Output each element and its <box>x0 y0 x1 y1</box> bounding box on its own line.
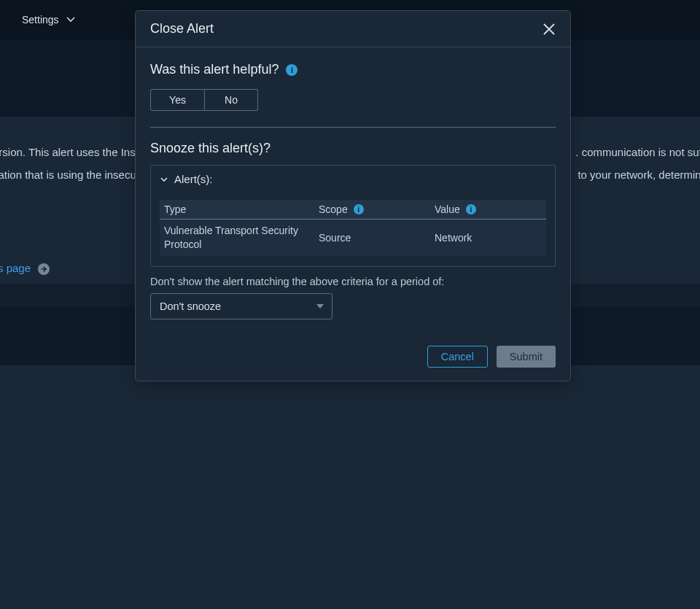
cell-type: Vulnerable Transport Security Protocol <box>160 220 314 256</box>
table-row: Vulnerable Transport Security Protocol S… <box>160 220 546 256</box>
no-button[interactable]: No <box>204 90 257 110</box>
table-header-row: Type Scopei Valuei <box>160 200 546 220</box>
alerts-collapse-header[interactable]: Alert(s): <box>151 166 555 193</box>
snooze-select-value: Don't snooze <box>160 300 221 312</box>
bg-text-1-right: . communication is not suffi <box>575 146 700 158</box>
cancel-button[interactable]: Cancel <box>427 346 488 368</box>
info-icon[interactable]: i <box>354 204 364 214</box>
dialog-body: Was this alert helpful? i Yes No Snooze … <box>136 47 570 319</box>
snooze-heading: Snooze this alert(s)? <box>150 141 556 156</box>
helpful-heading-text: Was this alert helpful? <box>150 62 279 77</box>
dialog-header: Close Alert <box>136 11 570 47</box>
external-link-icon <box>38 263 50 275</box>
info-icon[interactable]: i <box>466 204 476 214</box>
caret-down-icon <box>316 304 324 309</box>
submit-button[interactable]: Submit <box>497 346 556 368</box>
col-type: Type <box>164 203 186 215</box>
bg-text-1-left: ersion. This alert uses the Ins <box>0 146 136 158</box>
chevron-down-icon <box>66 17 75 23</box>
snooze-period-label: Don't show the alert matching the above … <box>150 276 556 287</box>
helpful-heading: Was this alert helpful? i <box>150 62 556 77</box>
chevron-down-icon <box>160 175 168 184</box>
snooze-select[interactable]: Don't snooze <box>150 293 332 319</box>
bg-page-link[interactable]: s page <box>0 262 50 275</box>
snooze-select-wrap: Don't snooze <box>150 293 332 319</box>
close-icon[interactable] <box>542 23 556 36</box>
yes-button[interactable]: Yes <box>151 90 204 110</box>
dialog-title: Close Alert <box>150 21 214 36</box>
bg-text-2-left: cation that is using the insecu <box>0 168 136 181</box>
cell-scope: Source <box>314 220 430 256</box>
divider <box>150 127 556 128</box>
page-link-text: s page <box>0 262 31 274</box>
settings-label: Settings <box>22 14 59 26</box>
col-value: Value <box>435 203 460 215</box>
dialog-footer: Cancel Submit <box>136 334 570 381</box>
cell-value: Network <box>430 220 546 256</box>
settings-menu[interactable]: Settings <box>22 14 75 26</box>
alerts-box: Alert(s): Type Scopei Valuei Vulnerable … <box>150 165 556 267</box>
info-icon[interactable]: i <box>286 64 298 76</box>
bg-text-2-right: to your network, determine <box>578 168 700 181</box>
alerts-table: Type Scopei Valuei Vulnerable Transport … <box>160 200 546 256</box>
helpful-toggle: Yes No <box>150 89 258 111</box>
col-scope: Scope <box>319 203 348 215</box>
close-alert-dialog: Close Alert Was this alert helpful? i Ye… <box>135 10 571 381</box>
alerts-label: Alert(s): <box>174 173 213 185</box>
